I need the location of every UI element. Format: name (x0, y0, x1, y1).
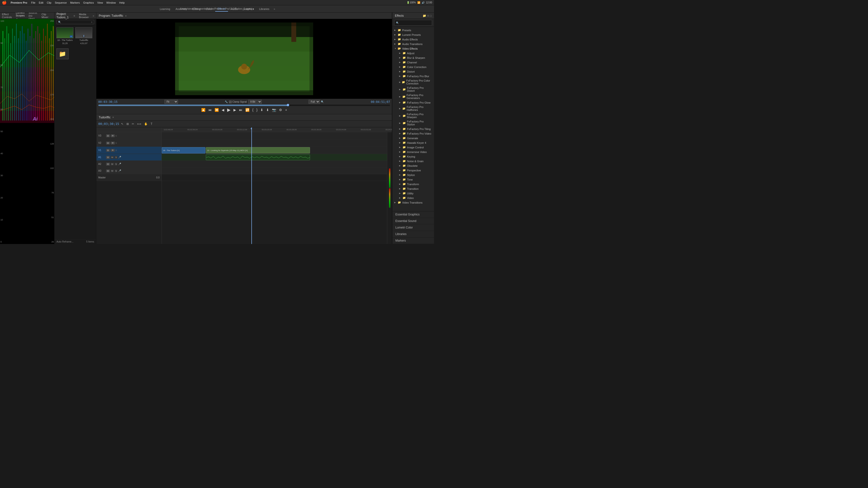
a2-s[interactable]: S (115, 163, 118, 166)
effects-lumetri-presets[interactable]: ▶ 📁 Lumetri Presets (392, 32, 434, 37)
child-fxfactory-sharpen[interactable]: ▶ 📁 FxFactory Pro Sharpen (398, 112, 434, 119)
child-channel[interactable]: ▶ 📁 Channel (398, 60, 434, 65)
a1-mic-icon[interactable]: 🎤 (118, 156, 121, 159)
child-fxfactory-distort[interactable]: ▶ 📁 FxFactory Pro Distort (398, 86, 434, 93)
child-obsolete[interactable]: ▶ 📁 Obsolete (398, 163, 434, 168)
shuttle-left-btn[interactable]: 🔼 (201, 107, 206, 112)
v3-eye-btn[interactable]: 👁 (111, 134, 115, 137)
menu-help[interactable]: Help (119, 1, 125, 4)
essential-graphics-item[interactable]: Essential Graphics (392, 211, 434, 218)
fit-dropdown[interactable]: Fit25%50%100% (164, 100, 178, 104)
a2-track-btn[interactable]: ⊞ (106, 163, 110, 166)
step-frame-fwd-btn[interactable]: ▶ (233, 107, 237, 112)
razor-tool-btn[interactable]: ✂ (131, 122, 135, 126)
play-back-btn[interactable]: ⏪ (214, 107, 219, 112)
bit-depth-dropdown[interactable]: 8 Bit16 Bit (248, 100, 262, 104)
child-stylize[interactable]: ▶ 📁 Stylize (398, 172, 434, 177)
menu-view[interactable]: View (97, 1, 103, 4)
a2-m[interactable]: M (111, 163, 114, 166)
child-adjust[interactable]: ▶ 📁 Adjust (398, 51, 434, 56)
lumetri-color-item[interactable]: Lumetri Color (392, 224, 434, 231)
v1-clip-2[interactable]: 13 - Looking for Squirrels (15-May-11).M… (206, 147, 310, 154)
a3-s[interactable]: S (115, 169, 118, 172)
menu-sequence[interactable]: Sequence (55, 1, 67, 4)
step-back-btn[interactable]: ⏮ (208, 107, 212, 112)
effects-presets[interactable]: ▶ 📁 Presets (392, 28, 434, 32)
a3-track-btn[interactable]: ⊞ (106, 169, 110, 172)
menu-edit[interactable]: Edit (39, 1, 43, 4)
apple-menu[interactable]: 🍎 (2, 0, 7, 5)
menu-graphics[interactable]: Graphics (83, 1, 94, 4)
child-transition[interactable]: ▶ 📁 Transition (398, 186, 434, 191)
v3-track-btn[interactable]: ⊞ (106, 134, 110, 137)
menu-clip[interactable]: Clip (47, 1, 51, 4)
child-fxfactory-video[interactable]: ▶ 📁 FxFactory Pro Video (398, 131, 434, 136)
project-bin[interactable]: 📁 (56, 48, 68, 59)
more-workspaces-icon[interactable]: » (272, 6, 277, 11)
menu-window[interactable]: Window (106, 1, 116, 4)
project-panel-menu-icon[interactable]: ≡ (73, 14, 75, 17)
child-fxfactory-tiling[interactable]: ▶ 📁 FxFactory Pro Tiling (398, 127, 434, 131)
a3-m[interactable]: M (111, 169, 114, 172)
child-perspective[interactable]: ▶ 📁 Perspective (398, 168, 434, 172)
child-fxfactory-stylize[interactable]: ▶ 📁 FxFactory Pro Stylize (398, 119, 434, 127)
effects-video-transitions[interactable]: ▶ 📁 Video Transitions (392, 200, 434, 205)
overwrite-btn[interactable]: ⬇ (266, 107, 270, 112)
child-video[interactable]: ▶ 📁 Video (398, 196, 434, 200)
child-immersive[interactable]: ▶ 📁 Immersive Video (398, 150, 434, 154)
quality-dropdown[interactable]: Full1/21/4 (309, 100, 320, 104)
child-keying[interactable]: ▶ 📁 Keying (398, 154, 434, 159)
child-fxfactory-blur[interactable]: ▶ 📁 FxFactory Pro Blur (398, 74, 434, 78)
clamp-signal-label[interactable]: ✓ Clamp Signal (229, 100, 247, 103)
child-fxfactory-halftones[interactable]: ▶ 📁 FxFactory Pro Halftones (398, 105, 434, 112)
child-fxfactory-color[interactable]: ▶ 📁 FxFactory Pro Color Correction (398, 78, 434, 86)
mark-out-btn[interactable]: } (256, 107, 258, 112)
child-blur-sharpen[interactable]: ▶ 📁 Blur & Sharpen (398, 56, 434, 60)
hand-tool-btn[interactable]: ✋ (143, 122, 149, 126)
selection-tool-btn[interactable]: ↖ (120, 122, 124, 126)
child-color-correction[interactable]: ▶ 📁 Color Correction (398, 65, 434, 69)
tab-libraries[interactable]: Libraries (257, 6, 272, 11)
effects-video-effects[interactable]: ▼ 📂 Video Effects (392, 46, 434, 51)
menu-markers[interactable]: Markers (70, 1, 80, 4)
child-fxfactory-glow[interactable]: ▶ 📁 FxFactory Pro Glow (398, 100, 434, 105)
child-image-control[interactable]: ▶ 📁 Image Control (398, 145, 434, 150)
step-fwd-btn[interactable]: ⏭ (239, 107, 243, 112)
play-btn[interactable]: ▶ (227, 107, 231, 113)
effects-search-input[interactable] (400, 21, 430, 25)
step-frame-back-btn[interactable]: ◀ (221, 107, 225, 112)
clamp-signal-checkbox[interactable]: ✓ (229, 101, 231, 103)
track-select-btn[interactable]: ⊞ (125, 122, 130, 126)
child-generate[interactable]: ▶ 📁 Generate (398, 136, 434, 140)
project-item-1[interactable]: AI 18 - The Tudors 31;25 (56, 27, 73, 44)
v2-track-btn[interactable]: ⊞ (106, 141, 110, 144)
libraries-item[interactable]: Libraries (392, 231, 434, 237)
list-view-btn[interactable]: ≡ (427, 14, 429, 18)
v2-eye-btn[interactable]: 👁 (111, 141, 115, 144)
essential-sound-item[interactable]: Essential Sound (392, 218, 434, 224)
add-btn[interactable]: + (285, 107, 287, 112)
panel-expand-icon[interactable]: » (93, 14, 94, 17)
markers-item[interactable]: Markers (392, 237, 434, 244)
playback-scrubber[interactable] (98, 104, 390, 106)
a1-s[interactable]: S (115, 156, 118, 159)
v1-track-btn[interactable]: ⊞ (106, 149, 110, 152)
insert-btn[interactable]: ⬇ (260, 107, 264, 112)
settings-btn[interactable]: ⚙ (279, 107, 283, 112)
a1-m[interactable]: M (111, 156, 114, 159)
child-time[interactable]: ▶ 📁 Time (398, 177, 434, 182)
effects-settings-btn[interactable]: □ (430, 14, 432, 18)
tab-learning[interactable]: Learning (157, 6, 173, 11)
child-fxfactory-generators[interactable]: ▶ 📁 FxFactory Pro Generators (398, 93, 434, 100)
text-tool-btn[interactable]: T (150, 122, 153, 126)
timeline-menu-icon[interactable]: ≡ (113, 116, 114, 119)
auto-reframe-label[interactable]: Auto Reframe... (56, 240, 73, 243)
slip-tool-btn[interactable]: ⟺ (136, 122, 142, 126)
program-menu-icon[interactable]: ≡ (125, 14, 127, 17)
new-folder-icon[interactable]: 📁 (423, 14, 426, 18)
project-search-input[interactable] (62, 21, 90, 24)
v1-eye-btn[interactable]: 👁 (111, 149, 115, 152)
effects-audio-transitions[interactable]: ▶ 📁 Audio Transitions (392, 42, 434, 46)
list-view-icon[interactable]: ≡ (91, 21, 93, 24)
menu-file[interactable]: File (31, 1, 35, 4)
